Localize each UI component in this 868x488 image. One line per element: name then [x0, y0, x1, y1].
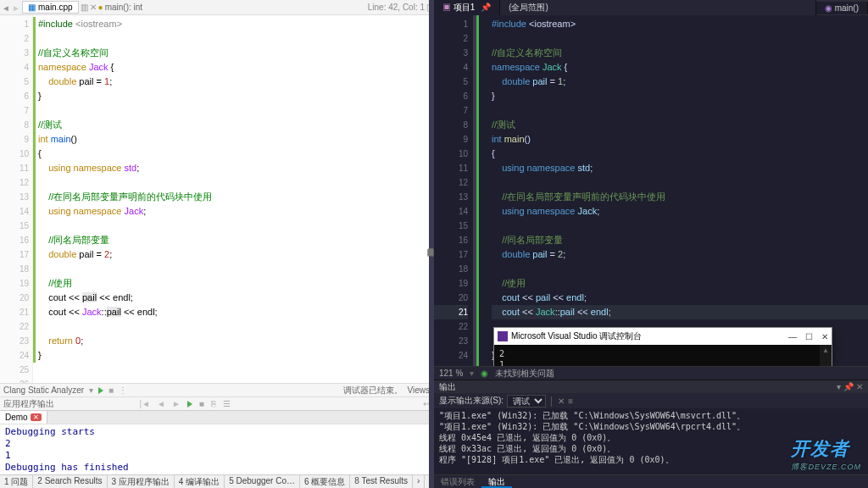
console-body[interactable]: ▲▼21 [494, 345, 832, 366]
code-line[interactable]: cout << pail << endl; [33, 291, 433, 305]
code-line[interactable]: //在同名局部变量声明前的代码块中使用 [33, 190, 433, 204]
pin-icon[interactable]: 📌 [843, 382, 854, 391]
code-line[interactable]: } [33, 348, 433, 363]
code-line[interactable]: //在同名局部变量声明前的代码块中使用 [492, 190, 868, 204]
code-line[interactable]: //使用 [33, 276, 433, 291]
code-line[interactable]: #include <iostream> [33, 17, 433, 31]
code-line[interactable]: //自定义名称空间 [492, 46, 868, 60]
code-line[interactable]: int main() [33, 132, 433, 147]
footer-tab[interactable]: 错误列表 [434, 475, 481, 488]
play-icon[interactable] [187, 401, 192, 408]
minimize-icon[interactable]: — [788, 332, 797, 341]
fn-icon: ● [98, 3, 103, 12]
code-line[interactable]: using namespace Jack; [492, 204, 868, 219]
code-line[interactable]: cout << Jack::pail << endl; [492, 305, 868, 319]
toggle-icon[interactable]: ≡ [568, 396, 573, 406]
breadcrumb[interactable]: ● main(): int [98, 3, 143, 12]
code-line[interactable]: { [33, 147, 433, 161]
split-icon[interactable]: ▥ [81, 3, 88, 12]
right-code-editor[interactable]: 123456789101112131415161718192021222324 … [434, 15, 868, 366]
footer-tab[interactable]: 4 编译输出 [175, 475, 225, 488]
code-line[interactable]: //测试 [33, 118, 433, 132]
footer-tab[interactable]: 2 Search Results [33, 475, 107, 488]
console-scrollbar[interactable]: ▲▼ [820, 345, 832, 366]
code-line[interactable]: { [492, 147, 868, 161]
footer-tab[interactable]: 6 概要信息 [300, 475, 350, 488]
footer-tab[interactable]: 5 Debugger Co… [225, 475, 300, 488]
footer-tab[interactable]: 3 应用程序输出 [108, 475, 175, 488]
views-dropdown[interactable]: Views [408, 385, 431, 395]
code-line[interactable]: using namespace std; [492, 161, 868, 175]
footer-tab[interactable]: 输出 [481, 475, 512, 488]
debug-console-window[interactable]: Microsoft Visual Studio 调试控制台 — ☐ ✕ ▲▼21 [493, 327, 832, 366]
pin-icon[interactable]: 📌 [481, 3, 491, 12]
code-line[interactable] [33, 262, 433, 276]
function-dropdown[interactable]: ◉ main() [816, 2, 868, 14]
stop-icon[interactable]: ■ [108, 385, 114, 395]
output-source-select[interactable]: 调试 [507, 395, 546, 408]
attach-icon[interactable]: ⎘ [211, 399, 216, 408]
code-line[interactable]: } [492, 89, 868, 103]
code-line[interactable] [33, 319, 433, 334]
code-line[interactable]: double pail = 2; [492, 247, 868, 262]
code-line[interactable] [492, 219, 868, 233]
code-line[interactable]: double pail = 1; [33, 75, 433, 89]
file-tab-main[interactable]: ▦ main.cpp [22, 1, 79, 14]
code-line[interactable] [33, 175, 433, 190]
nav-first-icon[interactable]: |◄ [139, 399, 150, 408]
back-icon[interactable]: ◄ [2, 3, 10, 12]
footer-tab[interactable]: 8 Test Results [350, 475, 413, 488]
code-line[interactable]: } [33, 89, 433, 103]
right-status-bar: 121 % ▾ ◉ 未找到相关问题 [434, 366, 868, 380]
zoom-level[interactable]: 121 % [439, 369, 463, 378]
more-icon[interactable]: › [413, 475, 425, 488]
dropdown-icon[interactable]: ▾ [837, 382, 841, 391]
footer-tab[interactable]: 1 问题 [0, 475, 33, 488]
code-line[interactable]: //自定义名称空间 [33, 46, 433, 60]
code-line[interactable] [492, 262, 868, 276]
code-line[interactable]: namespace Jack { [33, 60, 433, 75]
demo-run-tab[interactable]: Demo ✕ [0, 411, 47, 424]
debug-console[interactable]: Debugging starts21Debugging has finished [0, 424, 433, 474]
code-line[interactable]: cout << pail << endl; [492, 291, 868, 305]
stop2-icon[interactable]: ■ [199, 399, 204, 408]
code-line[interactable]: //使用 [492, 276, 868, 291]
maximize-icon[interactable]: ☐ [805, 332, 813, 341]
scope-dropdown[interactable]: (全局范围) [500, 0, 816, 15]
nav-next-icon[interactable]: ► [172, 399, 181, 408]
project-tab[interactable]: ▣ 项目1 📌 [434, 0, 500, 15]
close-panel-icon[interactable]: ✕ [856, 382, 863, 391]
code-line[interactable]: #include <iostream> [492, 17, 868, 31]
filter-icon[interactable]: ☰ [223, 399, 231, 408]
code-line[interactable]: namespace Jack { [492, 60, 868, 75]
run-icon[interactable] [98, 387, 103, 394]
kebab-icon[interactable]: ⋮ [119, 385, 127, 395]
no-issues-text[interactable]: 未找到相关问题 [495, 368, 554, 380]
code-line[interactable]: cout << Jack::pail << endl; [33, 305, 433, 319]
nav-prev-icon[interactable]: ◄ [157, 399, 165, 408]
code-line[interactable] [33, 219, 433, 233]
code-line[interactable] [33, 103, 433, 118]
code-line[interactable]: //测试 [492, 118, 868, 132]
code-line[interactable]: using namespace Jack; [33, 204, 433, 219]
code-line[interactable]: return 0; [33, 334, 433, 348]
close-tab-icon[interactable]: ✕ [90, 3, 97, 12]
vs-icon [498, 331, 508, 341]
code-line[interactable]: //同名局部变量 [33, 233, 433, 247]
code-line[interactable] [492, 31, 868, 46]
code-line[interactable]: //同名局部变量 [492, 233, 868, 247]
code-line[interactable]: int main() [492, 132, 868, 147]
code-line[interactable]: double pail = 2; [33, 247, 433, 262]
close-icon[interactable]: ✕ [821, 332, 828, 341]
console-title-bar[interactable]: Microsoft Visual Studio 调试控制台 — ☐ ✕ [494, 328, 832, 345]
code-line[interactable]: double pail = 1; [492, 75, 868, 89]
left-code-editor[interactable]: 1234⌄56789⌄10111213141516171819202122232… [0, 15, 433, 383]
clear-icon[interactable]: ✕ [558, 396, 565, 406]
code-line[interactable]: using namespace std; [33, 161, 433, 175]
code-line[interactable] [492, 103, 868, 118]
code-line[interactable] [33, 31, 433, 46]
close-icon[interactable]: ✕ [31, 413, 42, 421]
check-icon: ◉ [481, 369, 488, 378]
code-line[interactable] [492, 175, 868, 190]
fwd-icon[interactable]: ► [12, 3, 20, 12]
